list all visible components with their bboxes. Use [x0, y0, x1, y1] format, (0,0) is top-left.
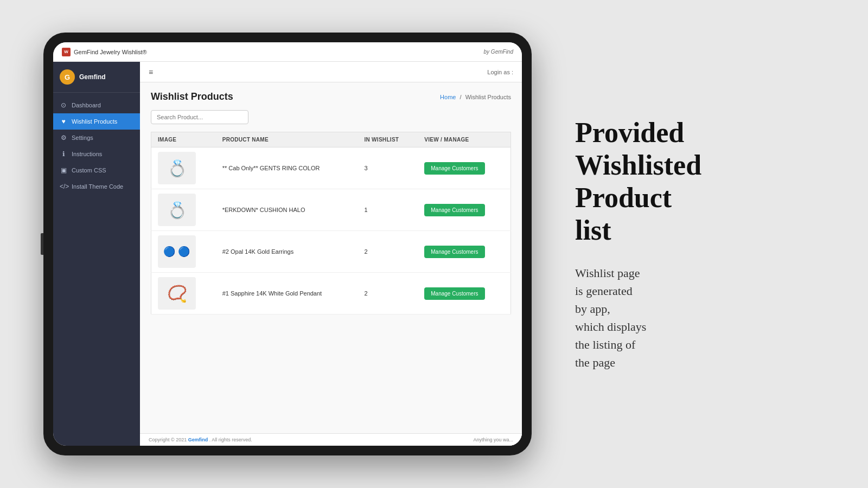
- sidebar-item-custom-css[interactable]: ▣ Custom CSS: [53, 162, 140, 178]
- code-icon: </>: [60, 183, 67, 190]
- product-image: 💍: [158, 152, 196, 184]
- in-wishlist-cell: 2: [358, 231, 418, 273]
- footer-copyright-text: Copyright © 2021: [149, 437, 187, 442]
- sidebar-label-wishlist: Wishlist Products: [72, 118, 117, 125]
- tablet-screen: W GemFind Jewelry Wishlist® by GemFind G…: [53, 42, 522, 446]
- sidebar-brand: G Gemfind: [53, 62, 140, 93]
- footer-rights: . All rights reserved.: [209, 437, 252, 442]
- info-heading: ProvidedWishlistedProductlist: [575, 117, 835, 246]
- breadcrumb-home[interactable]: Home: [440, 94, 456, 100]
- app-header-bar: W GemFind Jewelry Wishlist® by GemFind: [53, 42, 522, 62]
- info-panel: ProvidedWishlistedProductlist Wishlist p…: [532, 84, 868, 403]
- dashboard-icon: ⊙: [60, 101, 67, 109]
- app-logo-icon: W: [62, 48, 71, 56]
- table-header-row: IMAGE PRODUCT NAME IN WISHLIST VIEW / MA…: [151, 132, 511, 147]
- manage-customers-button[interactable]: Manage Customers: [424, 204, 484, 216]
- product-image-cell: 🔵 🔵: [151, 231, 216, 273]
- info-body: Wishlist pageis generatedby app,which di…: [575, 264, 835, 371]
- col-view-manage: VIEW / MANAGE: [418, 132, 510, 147]
- app-body: G Gemfind ⊙ Dashboard ♥ Wishlist Product…: [53, 62, 522, 446]
- in-wishlist-cell: 3: [358, 147, 418, 189]
- breadcrumb: Home / Wishlist Products: [440, 94, 511, 100]
- login-text: Login as :: [487, 69, 513, 75]
- instructions-icon: ℹ: [60, 150, 67, 158]
- manage-cell: Manage Customers: [418, 147, 510, 189]
- manage-cell: Manage Customers: [418, 273, 510, 314]
- col-product-name: PRODUCT NAME: [216, 132, 358, 147]
- app-byline: by GemFind: [484, 49, 513, 55]
- table-row: 💍*ERKDOWN* CUSHION HALO1Manage Customers: [151, 189, 511, 231]
- table-row: 📿#1 Sapphire 14K White Gold Pendant2Mana…: [151, 273, 511, 314]
- table-body: 💍** Cab Only** GENTS RING COLOR3Manage C…: [151, 147, 511, 314]
- product-name-cell: #1 Sapphire 14K White Gold Pendant: [216, 273, 358, 314]
- settings-icon: ⚙: [60, 134, 67, 142]
- sidebar-item-wishlist-products[interactable]: ♥ Wishlist Products: [53, 113, 140, 130]
- sidebar-label-css: Custom CSS: [72, 167, 106, 174]
- breadcrumb-current: Wishlist Products: [465, 94, 511, 100]
- product-name-cell: *ERKDOWN* CUSHION HALO: [216, 189, 358, 231]
- col-in-wishlist: IN WISHLIST: [358, 132, 418, 147]
- brand-avatar: G: [60, 69, 75, 85]
- sidebar-label-dashboard: Dashboard: [72, 102, 101, 108]
- footer-copyright: Copyright © 2021 Gemfind . All rights re…: [149, 437, 252, 442]
- app-title-area: W GemFind Jewelry Wishlist®: [62, 48, 147, 56]
- manage-cell: Manage Customers: [418, 231, 510, 273]
- brand-name: Gemfind: [79, 73, 106, 81]
- footer-feedback: Anything you wa...: [473, 437, 513, 442]
- hamburger-icon[interactable]: ≡: [149, 68, 153, 76]
- manage-customers-button[interactable]: Manage Customers: [424, 287, 484, 300]
- table-row: 💍** Cab Only** GENTS RING COLOR3Manage C…: [151, 147, 511, 189]
- sidebar-nav: ⊙ Dashboard ♥ Wishlist Products ⚙ Settin…: [53, 93, 140, 446]
- table-row: 🔵 🔵#2 Opal 14K Gold Earrings2Manage Cust…: [151, 231, 511, 273]
- search-bar: [151, 110, 511, 124]
- in-wishlist-cell: 1: [358, 189, 418, 231]
- wishlist-icon: ♥: [60, 118, 67, 125]
- product-name-cell: ** Cab Only** GENTS RING COLOR: [216, 147, 358, 189]
- manage-customers-button[interactable]: Manage Customers: [424, 246, 484, 258]
- sidebar-item-settings[interactable]: ⚙ Settings: [53, 130, 140, 146]
- sidebar-item-install-theme[interactable]: </> Install Theme Code: [53, 178, 140, 195]
- tablet-side-button: [41, 233, 43, 255]
- app-title: GemFind Jewelry Wishlist®: [74, 49, 147, 55]
- sidebar: G Gemfind ⊙ Dashboard ♥ Wishlist Product…: [53, 62, 140, 446]
- sidebar-label-instructions: Instructions: [72, 151, 102, 157]
- product-image: 🔵 🔵: [158, 235, 196, 268]
- product-image: 📿: [158, 277, 196, 310]
- footer-brand: Gemfind: [188, 437, 208, 442]
- app-footer: Copyright © 2021 Gemfind . All rights re…: [140, 433, 522, 446]
- top-bar: ≡ Login as :: [140, 62, 522, 82]
- product-image: 💍: [158, 194, 196, 226]
- sidebar-label-settings: Settings: [72, 134, 93, 141]
- page-header: Wishlist Products Home / Wishlist Produc…: [151, 91, 511, 102]
- search-input[interactable]: [151, 110, 248, 124]
- page-content: Wishlist Products Home / Wishlist Produc…: [140, 82, 522, 433]
- main-content: ≡ Login as : Wishlist Products Home / Wi…: [140, 62, 522, 446]
- in-wishlist-cell: 2: [358, 273, 418, 314]
- product-table: IMAGE PRODUCT NAME IN WISHLIST VIEW / MA…: [151, 132, 511, 314]
- manage-customers-button[interactable]: Manage Customers: [424, 162, 484, 175]
- col-image: IMAGE: [151, 132, 216, 147]
- css-icon: ▣: [60, 166, 67, 174]
- product-image-cell: 📿: [151, 273, 216, 314]
- sidebar-item-dashboard[interactable]: ⊙ Dashboard: [53, 97, 140, 113]
- tablet-device: W GemFind Jewelry Wishlist® by GemFind G…: [43, 33, 532, 455]
- product-image-cell: 💍: [151, 189, 216, 231]
- sidebar-label-theme: Install Theme Code: [72, 183, 123, 190]
- product-image-cell: 💍: [151, 147, 216, 189]
- sidebar-item-instructions[interactable]: ℹ Instructions: [53, 146, 140, 162]
- product-name-cell: #2 Opal 14K Gold Earrings: [216, 231, 358, 273]
- breadcrumb-separator: /: [460, 94, 462, 100]
- page-title: Wishlist Products: [151, 91, 233, 102]
- manage-cell: Manage Customers: [418, 189, 510, 231]
